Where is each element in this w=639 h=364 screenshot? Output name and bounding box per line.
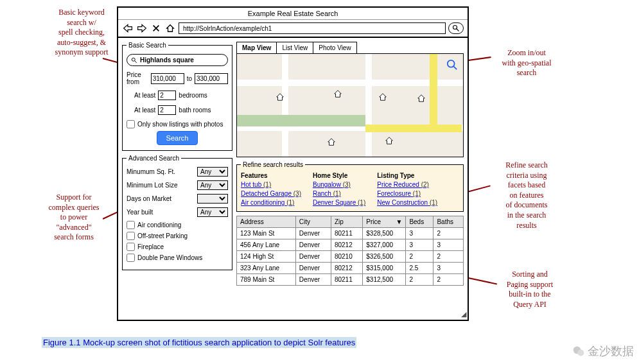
annotation-zoom: Zoom in/outwith geo-spatialsearch [488,48,565,78]
map-pin[interactable] [276,92,284,101]
svg-point-0 [453,26,457,30]
cell-beds: 3 [406,228,433,239]
cell-price: $312,500 [363,274,406,286]
parking-label: Off-street Parking [137,232,188,239]
svg-line-5 [453,66,457,69]
min-sqft-label: Minumum Sq. Ft. [127,168,175,175]
price-to-input[interactable] [195,73,228,84]
photos-only-checkbox[interactable] [127,120,135,128]
refine-panel: Refine search results Features Hot tub (… [236,161,464,212]
annotation-sorting: Sorting andPaging supportbuilt-in to the… [495,270,565,309]
results-table: Address City Zip Price▼ Beds Baths 123 M… [236,216,464,286]
cell-city: Denver [295,263,331,274]
forward-button[interactable] [136,23,148,33]
col-zip[interactable]: Zip [331,216,362,228]
map-view[interactable] [236,53,464,157]
facet-listing-heading: Listing Type [377,172,437,179]
cell-address: 456 Any Lane [237,239,296,251]
keyword-input[interactable] [140,56,223,64]
table-row[interactable]: 789 Main StDenver80211$312,50022 [237,274,464,286]
facet-link[interactable]: New Construction (1) [377,198,437,207]
resize-handle[interactable]: ◢ [461,310,466,318]
cell-city: Denver [295,274,331,286]
table-row[interactable]: 323 Any LaneDenver80212$315,0002.53 [237,263,464,274]
home-button[interactable] [164,23,176,33]
table-row[interactable]: 123 Main StDenver80211$328,50032 [237,228,464,239]
wechat-icon [572,345,585,358]
cell-city: Denver [295,228,331,239]
advanced-search-legend: Advanced Search [127,155,181,162]
facet-home-style: Home Style Bungalow (3) Ranch (1) Denver… [313,172,365,207]
svg-point-2 [132,58,135,61]
facet-link[interactable]: Bungalow (3) [313,180,365,189]
cell-beds: 2.5 [406,263,433,274]
cell-price: $328,500 [363,228,406,239]
keyword-search-box[interactable] [127,54,228,66]
basic-search-legend: Basic Search [127,42,168,49]
map-pin[interactable] [327,137,336,146]
cell-beds: 3 [406,239,433,251]
parking-checkbox[interactable] [127,232,135,240]
col-beds[interactable]: Beds [406,216,433,228]
map-pin[interactable] [385,136,394,145]
photos-only-label: Only show listings with photos [137,121,223,128]
windows-checkbox[interactable] [127,254,135,262]
watermark: 金沙数据 [572,343,634,359]
ac-label: Air conditioning [137,221,181,229]
facet-link[interactable]: Ranch (1) [313,189,365,198]
tab-list-view[interactable]: List View [276,42,313,53]
min-lot-label: Minimum Lot Size [127,182,177,189]
map-pin[interactable] [417,94,426,103]
facet-link[interactable]: Foreclosure (1) [377,189,437,198]
cell-zip: 80211 [331,274,362,286]
col-baths[interactable]: Baths [433,216,464,228]
col-price[interactable]: Price▼ [363,216,406,228]
url-input[interactable] [179,22,446,34]
cell-price: $315,000 [363,263,406,274]
bathrooms-input[interactable] [158,105,176,115]
facet-link[interactable]: Price Reduced (2) [377,180,437,189]
tab-map-view[interactable]: Map View [236,42,277,53]
atleast-beds-label: At least [134,92,155,99]
right-column: Map View List View Photo View [236,42,464,286]
main-content: Basic Search Price from to At least bedr… [118,38,468,290]
price-to-label: to [187,75,192,82]
map-pin[interactable] [333,89,342,98]
sort-desc-icon: ▼ [396,218,402,225]
table-row[interactable]: 124 High StDenver80210$326,50022 [237,251,464,263]
fireplace-checkbox[interactable] [127,243,135,251]
search-icon [131,57,137,64]
min-lot-select[interactable]: Any [197,180,228,190]
back-button[interactable] [122,23,134,33]
ac-checkbox[interactable] [127,221,135,229]
year-built-select[interactable]: Any [197,207,228,217]
facet-link[interactable]: Air conditioning (1) [241,198,301,207]
search-button[interactable]: Search [157,131,198,145]
col-city[interactable]: City [295,216,331,228]
cell-address: 123 Main St [237,228,296,239]
cell-zip: 80211 [331,228,362,239]
facet-home-heading: Home Style [313,172,365,179]
table-row[interactable]: 456 Any LaneDenver80212$327,00033 [237,239,464,251]
facet-link[interactable]: Denver Square (1) [313,198,365,207]
search-icon-button[interactable] [448,22,464,34]
min-sqft-select[interactable]: Any [197,167,228,177]
stop-button[interactable] [150,23,162,33]
col-address[interactable]: Address [237,216,296,228]
cell-beds: 2 [406,274,433,286]
facet-link[interactable]: Detached Garage (3) [241,189,301,198]
facet-link[interactable]: Hot tub (1) [241,180,301,189]
refine-legend: Refine search results [241,161,305,168]
tab-photo-view[interactable]: Photo View [313,42,356,53]
browser-window: Example Real Estate Search Basic Search … [117,6,469,321]
left-column: Basic Search Price from to At least bedr… [122,42,232,286]
days-on-market-label: Days on Market [127,195,171,202]
cell-city: Denver [295,251,331,263]
days-on-market-select[interactable] [197,194,228,204]
map-zoom-icon[interactable] [446,59,458,72]
bedrooms-input[interactable] [158,91,176,100]
cell-baths: 2 [433,228,464,239]
price-from-input[interactable] [151,73,184,84]
map-pin[interactable] [378,92,387,101]
cell-baths: 3 [433,263,464,274]
